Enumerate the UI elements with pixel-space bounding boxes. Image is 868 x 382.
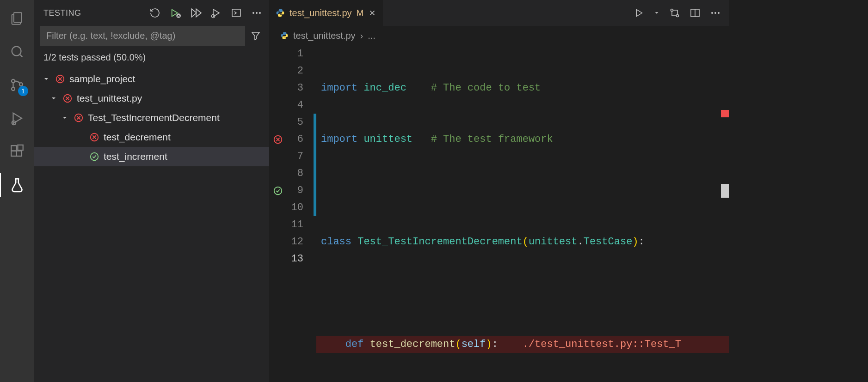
- close-icon[interactable]: [368, 9, 376, 17]
- overview-ruler[interactable]: [721, 45, 729, 382]
- filter-icon[interactable]: [248, 28, 264, 44]
- svg-point-3: [12, 87, 15, 91]
- filter-input[interactable]: [40, 26, 245, 46]
- tree-class[interactable]: Test_TestIncrementDecrement: [34, 108, 269, 127]
- code-area[interactable]: 12345678910111213 import inc_dec # The c…: [269, 45, 729, 382]
- tree-label: test_increment: [104, 151, 167, 162]
- tab-bar: test_unittest.py M: [269, 0, 729, 26]
- search-icon[interactable]: [7, 42, 27, 62]
- fail-icon: [89, 132, 100, 143]
- compare-changes-icon[interactable]: [669, 7, 680, 18]
- tree-label: sample_project: [69, 73, 135, 85]
- tab-modified: M: [357, 8, 364, 18]
- editor-area: test_unittest.py M test_unittest.py › ..…: [269, 0, 729, 382]
- svg-point-22: [677, 15, 679, 17]
- fail-icon: [55, 73, 66, 85]
- testing-icon[interactable]: [7, 175, 27, 195]
- svg-rect-0: [14, 12, 22, 22]
- more-icon[interactable]: [710, 7, 721, 18]
- tree-label: Test_TestIncrementDecrement: [88, 112, 220, 123]
- run-file-icon[interactable]: [634, 8, 644, 18]
- glyph-margin: [269, 45, 287, 382]
- svg-point-28: [274, 187, 282, 194]
- activity-bar: 1: [0, 0, 34, 382]
- tree-label: test_unittest.py: [77, 93, 142, 104]
- breadcrumb[interactable]: test_unittest.py › ...: [269, 26, 729, 45]
- editor-tab[interactable]: test_unittest.py M: [269, 0, 383, 26]
- chevron-down-icon[interactable]: [653, 10, 660, 16]
- svg-point-14: [256, 12, 258, 14]
- fail-icon: [73, 112, 84, 123]
- tab-filename: test_unittest.py: [289, 8, 352, 18]
- chevron-down-icon: [49, 95, 58, 102]
- test-summary: 1/2 tests passed (50.0%): [34, 46, 269, 67]
- svg-point-21: [671, 9, 673, 12]
- fail-icon: [62, 93, 73, 104]
- svg-point-20: [91, 153, 98, 161]
- python-icon: [276, 8, 285, 18]
- svg-point-15: [259, 12, 261, 14]
- tree-root[interactable]: sample_project: [34, 69, 269, 89]
- svg-point-26: [718, 12, 720, 14]
- tab-bar-actions: [634, 0, 729, 26]
- sidebar-title: TESTING: [43, 8, 149, 18]
- run-debug-icon[interactable]: [7, 108, 27, 128]
- source-control-badge: 1: [18, 86, 28, 96]
- breadcrumb-file: test_unittest.py: [293, 30, 356, 41]
- filter-row: [34, 26, 269, 46]
- debug-tests-icon[interactable]: [210, 7, 222, 19]
- svg-point-25: [714, 12, 716, 14]
- show-output-icon[interactable]: [230, 7, 242, 19]
- test-fail-glyph[interactable]: [269, 131, 287, 148]
- chevron-down-icon: [42, 75, 51, 83]
- svg-rect-9: [18, 145, 23, 150]
- python-icon: [280, 31, 289, 40]
- testing-sidebar: TESTING 1/2 tests passed (50.0%) sample_…: [34, 0, 269, 382]
- tree-test-pass[interactable]: test_increment: [34, 147, 269, 166]
- sidebar-header: TESTING: [34, 0, 269, 26]
- breadcrumb-rest: ...: [368, 30, 376, 41]
- run-all-icon[interactable]: [190, 7, 202, 19]
- tree-label: test_decrement: [104, 132, 171, 143]
- refresh-icon[interactable]: [149, 7, 161, 19]
- test-tree: sample_project test_unittest.py Test_Tes…: [34, 67, 269, 168]
- svg-rect-8: [11, 146, 16, 151]
- chevron-down-icon: [60, 114, 69, 121]
- svg-point-24: [711, 12, 713, 14]
- line-number-gutter: 12345678910111213: [287, 45, 314, 382]
- more-icon[interactable]: [251, 7, 263, 19]
- source-control-icon[interactable]: 1: [7, 75, 27, 95]
- split-editor-icon[interactable]: [689, 7, 701, 18]
- run-tests-icon[interactable]: [169, 7, 181, 19]
- extensions-icon[interactable]: [7, 141, 27, 162]
- chevron-right-icon: ›: [360, 30, 363, 41]
- svg-point-13: [252, 12, 254, 14]
- pass-icon: [89, 151, 100, 162]
- svg-rect-7: [17, 151, 22, 156]
- tree-test-fail[interactable]: test_decrement: [34, 127, 269, 147]
- tree-file[interactable]: test_unittest.py: [34, 89, 269, 108]
- svg-rect-6: [11, 151, 16, 156]
- explorer-icon[interactable]: [7, 8, 27, 29]
- test-pass-glyph[interactable]: [269, 182, 287, 199]
- sidebar-actions: [149, 7, 263, 19]
- code-content[interactable]: import inc_dec # The code to test import…: [316, 45, 729, 382]
- svg-point-2: [12, 79, 15, 83]
- svg-point-1: [12, 47, 21, 56]
